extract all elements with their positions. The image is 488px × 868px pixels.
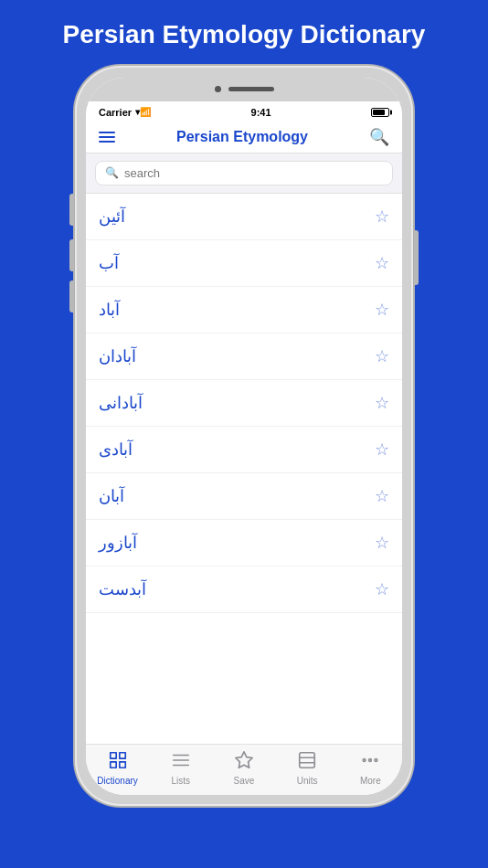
list-item[interactable]: آب ☆	[86, 240, 402, 287]
tab-dictionary[interactable]: Dictionary	[92, 750, 143, 786]
page-title: Persian Etymology Dictionary	[45, 20, 444, 49]
word-text: آبازور	[99, 533, 137, 553]
hamburger-menu-button[interactable]	[99, 132, 115, 143]
tab-lists[interactable]: Lists	[155, 750, 206, 786]
dictionary-tab-icon	[108, 750, 128, 774]
search-input[interactable]	[124, 166, 383, 180]
list-item[interactable]: آبادان ☆	[86, 333, 402, 380]
star-button[interactable]: ☆	[375, 206, 389, 227]
star-button[interactable]: ☆	[375, 346, 389, 366]
svg-rect-2	[119, 761, 124, 767]
more-tab-icon	[360, 750, 380, 774]
svg-point-10	[375, 758, 377, 761]
list-item[interactable]: آباد ☆	[86, 287, 402, 333]
star-button[interactable]: ☆	[375, 579, 389, 599]
svg-rect-0	[110, 752, 115, 757]
svg-rect-5	[300, 752, 315, 767]
lists-tab-icon	[171, 750, 191, 774]
list-item[interactable]: آبادانى ☆	[86, 380, 402, 427]
wifi-icon: ▾📶	[135, 107, 151, 117]
svg-rect-3	[110, 761, 115, 767]
list-item[interactable]: آبان ☆	[86, 473, 402, 520]
star-button[interactable]: ☆	[375, 486, 389, 506]
front-camera	[215, 86, 221, 92]
speaker	[228, 87, 274, 91]
word-text: آب	[99, 253, 119, 273]
units-tab-icon	[297, 750, 317, 774]
svg-point-8	[364, 758, 366, 761]
word-list: آئين ☆ آب ☆ آباد ☆ آبادان ☆ آبادانى ☆ آب…	[86, 194, 402, 744]
word-text: آبادانى	[99, 393, 143, 413]
star-button[interactable]: ☆	[375, 393, 389, 413]
word-text: آبادى	[99, 439, 133, 460]
search-nav-button[interactable]: 🔍	[369, 127, 389, 147]
save-tab-icon	[234, 750, 254, 774]
word-text: آئين	[99, 206, 125, 227]
word-text: آبدست	[99, 579, 146, 599]
phone-frame: Carrier ▾📶 9:41 Persian Etymology 🔍	[75, 66, 413, 806]
list-item[interactable]: آبادى ☆	[86, 427, 402, 473]
svg-marker-4	[236, 751, 252, 767]
list-item[interactable]: آبدست ☆	[86, 566, 402, 613]
dictionary-tab-label: Dictionary	[97, 776, 137, 786]
carrier-label: Carrier	[99, 107, 132, 118]
star-button[interactable]: ☆	[375, 300, 389, 320]
more-tab-label: More	[360, 776, 381, 786]
search-container: 🔍	[86, 153, 402, 194]
status-bar: Carrier ▾📶 9:41	[86, 101, 402, 122]
word-text: آباد	[99, 300, 120, 320]
word-text: آبان	[99, 486, 124, 506]
nav-title: Persian Etymology	[176, 129, 308, 145]
tab-bar: Dictionary Lists Save Units More	[86, 744, 402, 795]
clock: 9:41	[251, 107, 271, 118]
svg-point-9	[369, 758, 372, 761]
list-item[interactable]: آئين ☆	[86, 194, 402, 240]
lists-tab-label: Lists	[172, 776, 191, 786]
tab-more[interactable]: More	[345, 750, 396, 786]
star-button[interactable]: ☆	[375, 533, 389, 553]
search-bar: 🔍	[95, 161, 393, 185]
save-tab-label: Save	[234, 776, 255, 786]
list-item[interactable]: آبازور ☆	[86, 520, 402, 566]
tab-units[interactable]: Units	[282, 750, 333, 786]
svg-rect-1	[119, 752, 124, 757]
word-text: آبادان	[99, 346, 136, 366]
phone-screen: Carrier ▾📶 9:41 Persian Etymology 🔍	[86, 78, 402, 795]
star-button[interactable]: ☆	[375, 253, 389, 273]
nav-bar: Persian Etymology 🔍	[86, 122, 402, 153]
battery-icon	[371, 108, 389, 117]
star-button[interactable]: ☆	[375, 439, 389, 460]
search-bar-icon: 🔍	[105, 166, 119, 179]
tab-save[interactable]: Save	[218, 750, 269, 786]
units-tab-label: Units	[297, 776, 318, 786]
